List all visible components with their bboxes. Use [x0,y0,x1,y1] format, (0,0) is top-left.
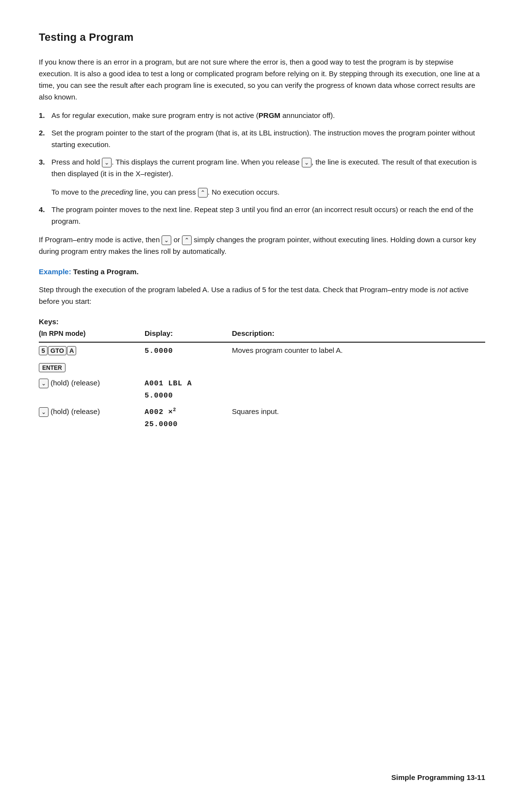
table-cell-keys-1: 5 GTO A [39,342,141,360]
step-3-sub: To move to the preceding line, you can p… [51,186,485,198]
col-header-keys: Keys: (In RPN mode) [39,314,141,342]
key-combo-1: 5 GTO A [39,346,76,355]
table-header-row: Keys: (In RPN mode) Display: Description… [39,314,485,342]
intro-paragraph: If you know there is an error in a progr… [39,56,485,103]
display-val-4a: A002 ×2 [145,408,176,416]
step-3-content: Press and hold ⌄. This displays the curr… [51,156,485,180]
example-title: Testing a Program. [71,267,139,276]
steps-list: 1. As for regular execution, make sure p… [39,110,485,180]
step-2-num: 2. [39,127,51,150]
table-cell-desc-3 [228,375,485,404]
step-3-num: 3. [39,156,51,180]
table-cell-display-1: 5.0000 [141,342,228,360]
keys-rpn-label: (In RPN mode) [39,330,85,337]
example-intro: Step through the execution of the progra… [39,284,485,307]
key-enter: ENTER [39,363,66,372]
content-area: Testing a Program If you know there is a… [39,29,485,757]
footer-text: Simple Programming 13-11 [392,772,485,783]
step-4-num: 4. [39,204,51,227]
table-cell-display-4: A002 ×2 25.0000 [141,404,228,432]
prgm-key-label: PRGM [259,111,280,119]
example-label: Example: [39,267,71,276]
chevron-up-key: ⌃ [198,188,208,198]
steps-table: Keys: (In RPN mode) Display: Description… [39,314,485,432]
chevron-down-key-5: ⌄ [39,407,49,417]
table-row: ⌄ (hold) (release) A002 ×2 25.0000 Squar… [39,404,485,432]
chevron-down-key-2: ⌄ [302,158,311,167]
step-4: 4. The program pointer moves to the next… [39,204,485,227]
table-row: 5 GTO A 5.0000 Moves program counter to … [39,342,485,360]
step-3: 3. Press and hold ⌄. This displays the c… [39,156,485,180]
col-header-description: Description: [228,314,485,342]
steps-list-2: 4. The program pointer moves to the next… [39,204,485,227]
keys-header-label: Keys: [39,317,59,326]
step-1-content: As for regular execution, make sure prog… [51,110,485,121]
col-header-display: Display: [141,314,228,342]
table-cell-keys-3: ⌄ (hold) (release) [39,375,141,404]
display-val-3b: 5.0000 [145,392,173,400]
example-heading: Example: Testing a Program. [39,266,485,277]
key-a: A [67,346,76,355]
preceding-italic: preceding [101,188,133,196]
chevron-up-key-2: ⌃ [182,235,192,245]
key-5: 5 [39,346,48,355]
table-row: ENTER [39,360,485,376]
page-title: Testing a Program [39,29,485,46]
table-row: ⌄ (hold) (release) A001 LBL A 5.0000 [39,375,485,404]
page-wrapper: Testing a Program If you know there is a… [39,29,485,783]
para2: If Program–entry mode is active, then ⌄ … [39,234,485,257]
step-4-content: The program pointer moves to the next li… [51,204,485,227]
table-cell-keys-4: ⌄ (hold) (release) [39,404,141,432]
table-cell-desc-4: Squares input. [228,404,485,432]
table-cell-desc-2 [228,360,485,376]
display-val-1: 5.0000 [145,347,173,355]
or-text: or [174,235,180,244]
display-val-4b: 25.0000 [145,420,178,429]
step-1-num: 1. [39,110,51,121]
display-val-3a: A001 LBL A [145,380,192,388]
table-cell-display-2 [141,360,228,376]
page-footer: Simple Programming 13-11 [39,757,485,783]
chevron-down-key-3: ⌄ [162,235,171,245]
step-2: 2. Set the program pointer to the start … [39,127,485,150]
step-1: 1. As for regular execution, make sure p… [39,110,485,121]
table-cell-display-3: A001 LBL A 5.0000 [141,375,228,404]
table-cell-desc-1: Moves program counter to label A. [228,342,485,360]
step-2-content: Set the program pointer to the start of … [51,127,485,150]
not-italic: not [437,285,447,294]
chevron-down-key-4: ⌄ [39,379,49,388]
table-cell-keys-2: ENTER [39,360,141,376]
key-gto: GTO [48,346,66,355]
superscript-2: 2 [173,407,177,413]
chevron-down-key-1: ⌄ [102,158,112,167]
